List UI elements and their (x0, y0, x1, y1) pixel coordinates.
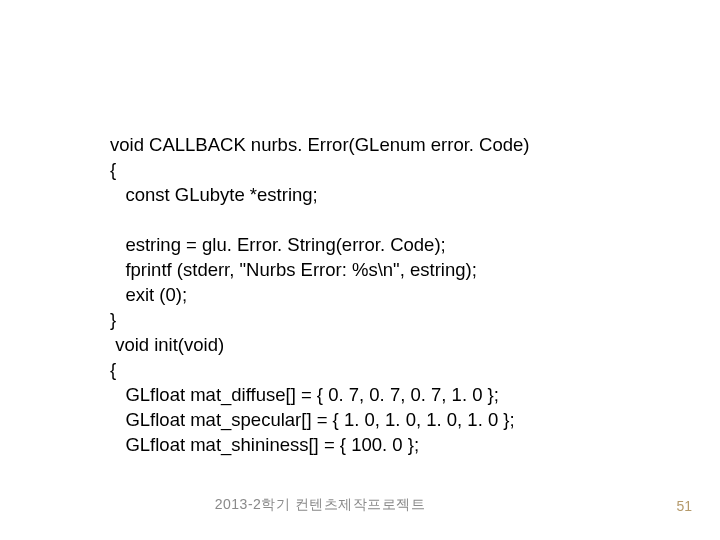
page-number: 51 (676, 498, 692, 514)
code-line: fprintf (stderr, "Nurbs Error: %s\n", es… (110, 259, 477, 280)
code-line: void init(void) (110, 334, 224, 355)
code-line: const GLubyte *estring; (110, 184, 318, 205)
code-line: estring = glu. Error. String(error. Code… (110, 234, 446, 255)
code-line: exit (0); (110, 284, 187, 305)
code-line: { (110, 359, 116, 380)
code-line: } (110, 309, 116, 330)
code-block: void CALLBACK nurbs. Error(GLenum error.… (110, 108, 630, 483)
footer-center: 2013-2학기 컨텐츠제작프로젝트 (0, 496, 640, 514)
code-line: void CALLBACK nurbs. Error(GLenum error.… (110, 134, 530, 155)
code-line: { (110, 159, 116, 180)
slide: void CALLBACK nurbs. Error(GLenum error.… (0, 0, 720, 540)
code-line: GLfloat mat_shininess[] = { 100. 0 }; (110, 434, 419, 455)
code-line: GLfloat mat_specular[] = { 1. 0, 1. 0, 1… (110, 409, 515, 430)
code-line: GLfloat mat_diffuse[] = { 0. 7, 0. 7, 0.… (110, 384, 499, 405)
